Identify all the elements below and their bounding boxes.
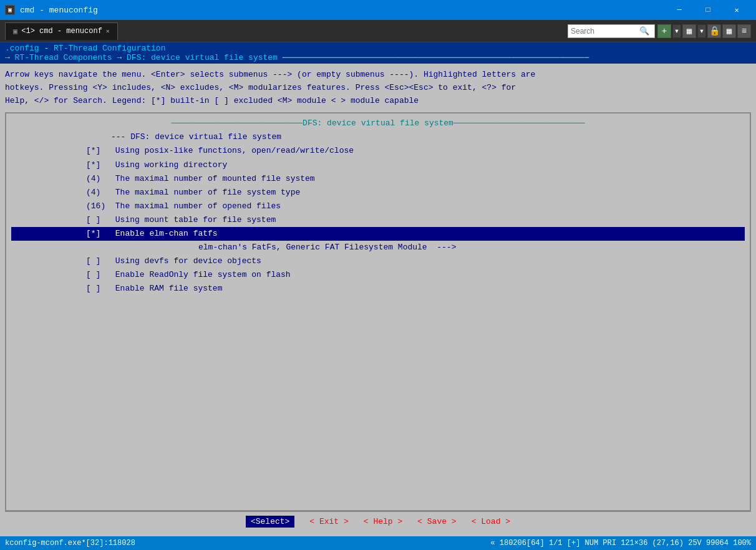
info-text: Arrow keys navigate the menu. <Enter> se… (5, 69, 751, 107)
tab-icon: ▣ (13, 27, 17, 36)
status-bar: kconfig-mconf.exe*[32]:118028 « 180206[6… (0, 536, 756, 550)
menu-button[interactable]: ≡ (737, 24, 751, 38)
tab-close-icon[interactable]: ✕ (106, 27, 110, 35)
window-title: cmd - menuconfig (20, 6, 98, 15)
item5-prefix: (16) (11, 200, 115, 213)
info-line2: hotkeys. Pressing <Y> includes, <N> excl… (5, 82, 751, 95)
menu-item-posix[interactable]: [*] Using posix-like functions, open/rea… (11, 144, 745, 158)
item10-prefix: [ ] (11, 268, 115, 282)
view-dropdown[interactable]: ▾ (697, 24, 706, 38)
item2-prefix: [*] (11, 158, 115, 172)
menu-item-mount-table[interactable]: [ ] Using mount table for file system (11, 213, 745, 227)
select-button[interactable]: <Select> (246, 516, 294, 528)
lock-button[interactable]: 🔒 (707, 24, 721, 38)
breadcrumb-dfs: DFS: device virtual file system (127, 53, 278, 62)
menu-container: ─────────────────────────── DFS: device … (5, 112, 751, 511)
status-right: « 180206[64] 1/1 [+] NUM PRI 121×36 (27,… (490, 539, 751, 548)
exit-button[interactable]: < Exit > (309, 517, 348, 526)
item11-prefix: [ ] (11, 282, 115, 296)
load-button[interactable]: < Load > (472, 517, 510, 526)
dfs-line-right: ─────────────────────────── (453, 118, 585, 128)
item4-prefix: (4) (11, 186, 115, 200)
item3-label: The maximal number of mounted file syste… (115, 172, 315, 186)
item3-prefix: (4) (11, 172, 115, 186)
split-button[interactable]: ▦ (722, 24, 736, 38)
save-button[interactable]: < Save > (417, 517, 456, 526)
menu-item-readonly[interactable]: [ ] Enable ReadOnly file system on flash (11, 268, 745, 282)
tab-search-area: 🔍 + ▾ ▦ ▾ 🔒 ▦ ≡ (568, 24, 751, 38)
item6-prefix: [ ] (11, 213, 115, 227)
terminal-area: Arrow keys navigate the menu. <Enter> se… (0, 64, 756, 536)
breadcrumb-config: .config (5, 44, 39, 53)
app-icon: ▣ (5, 5, 15, 15)
breadcrumb-components: RT-Thread Components (15, 53, 112, 62)
item11-label: Enable RAM file system (115, 282, 223, 296)
dfs-title-line: ─────────────────────────── DFS: device … (11, 118, 745, 128)
title-bar: ▣ cmd - menuconfig ─ □ ✕ (0, 0, 756, 20)
dfs-line-left: ─────────────────────────── (171, 118, 303, 128)
menu-section-title: --- DFS: device virtual file system (11, 130, 745, 144)
active-tab[interactable]: ▣ <1> cmd - menuconf ✕ (5, 22, 118, 40)
window-controls: ─ □ ✕ (665, 0, 751, 20)
search-icon: 🔍 (639, 26, 649, 36)
menu-item-max-mounted[interactable]: (4) The maximal number of mounted file s… (11, 172, 745, 186)
menu-item-max-opened[interactable]: (16) The maximal number of opened files (11, 200, 745, 213)
menu-item-devfs[interactable]: [ ] Using devfs for device objects (11, 254, 745, 268)
item8-label: elm-chan's FatFs, Generic FAT Filesystem… (61, 241, 456, 254)
menu-item-ram[interactable]: [ ] Enable RAM file system (11, 282, 745, 296)
menu-item-working-dir[interactable]: [*] Using working directory (11, 158, 745, 172)
main-content: .config - RT-Thread Configuration → RT-T… (0, 42, 756, 536)
toolbar-icons: + ▾ ▦ ▾ 🔒 ▦ ≡ (657, 24, 751, 38)
item1-prefix: [*] (11, 144, 115, 158)
item9-label: Using devfs for device objects (115, 254, 261, 268)
item6-label: Using mount table for file system (115, 213, 276, 227)
menu-item-elm-chan[interactable]: [*] Enable elm-chan fatfs (11, 227, 745, 241)
item9-prefix: [ ] (11, 254, 115, 268)
tab-label: <1> cmd - menuconf (21, 27, 102, 36)
add-tab-button[interactable]: + (657, 24, 671, 38)
search-box[interactable]: 🔍 (568, 24, 655, 38)
view-button[interactable]: ▦ (682, 24, 696, 38)
breadcrumb-line: ────────────────────────────────────────… (283, 53, 589, 62)
help-button[interactable]: < Help > (364, 517, 402, 526)
menu-item-max-type[interactable]: (4) The maximal number of file system ty… (11, 186, 745, 200)
info-line1: Arrow keys navigate the menu. <Enter> se… (5, 69, 751, 82)
item1-label: Using posix-like functions, open/read/wr… (115, 144, 354, 158)
item4-label: The maximal number of file system type (115, 186, 300, 200)
add-tab-dropdown[interactable]: ▾ (672, 24, 681, 38)
dfs-title: DFS: device virtual file system (303, 118, 453, 128)
breadcrumb-rt-config: RT-Thread Configuration (54, 44, 165, 53)
menu-items: --- DFS: device virtual file system [*] … (11, 130, 745, 296)
maximize-button[interactable]: □ (694, 0, 722, 20)
breadcrumb-nav2: → (117, 53, 127, 62)
item7-prefix: [*] (11, 227, 115, 241)
close-button[interactable]: ✕ (722, 0, 751, 20)
button-bar: <Select> < Exit > < Help > < Save > < Lo… (5, 511, 751, 531)
search-input[interactable] (571, 27, 639, 36)
item5-label: The maximal number of opened files (115, 200, 281, 213)
status-left: kconfig-mconf.exe*[32]:118028 (5, 539, 135, 548)
title-bar-left: ▣ cmd - menuconfig (5, 5, 98, 15)
tab-bar: ▣ <1> cmd - menuconf ✕ 🔍 + ▾ ▦ ▾ 🔒 ▦ ≡ (0, 20, 756, 42)
breadcrumb: .config - RT-Thread Configuration → RT-T… (0, 42, 756, 64)
menu-item-elm-chan-desc[interactable]: elm-chan's FatFs, Generic FAT Filesystem… (11, 241, 745, 254)
breadcrumb-sep1: - (44, 44, 54, 53)
item10-label: Enable ReadOnly file system on flash (115, 268, 291, 282)
item7-label: Enable elm-chan fatfs (115, 227, 218, 241)
info-line3: Help, </> for Search. Legend: [*] built-… (5, 95, 751, 108)
minimize-button[interactable]: ─ (665, 0, 694, 20)
item2-label: Using working directory (115, 158, 227, 172)
menu-title-text: --- DFS: device virtual file system (11, 130, 281, 144)
breadcrumb-nav: → (5, 53, 15, 62)
